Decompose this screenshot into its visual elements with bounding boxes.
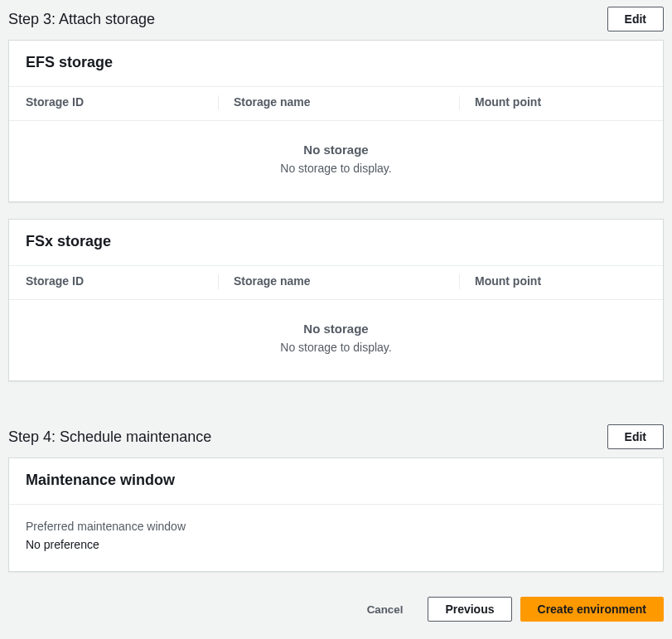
efs-col-storage-id: Storage ID [26,95,225,110]
efs-col-mount-point: Mount point [475,95,646,110]
maintenance-kv: Preferred maintenance window No preferen… [9,505,663,571]
efs-panel-header: EFS storage [9,41,663,87]
maintenance-panel-title: Maintenance window [26,472,646,489]
efs-col-storage-name: Storage name [234,95,466,110]
efs-table-head: Storage ID Storage name Mount point [9,87,663,121]
maintenance-window-panel: Maintenance window Preferred maintenance… [8,457,664,572]
fsx-table-head: Storage ID Storage name Mount point [9,266,663,300]
step4-title: Step 4: Schedule maintenance [8,428,211,446]
column-separator [459,95,460,110]
fsx-empty-state: No storage No storage to display. [9,300,663,380]
fsx-panel-header: FSx storage [9,220,663,266]
maintenance-value: No preference [26,538,646,551]
maintenance-label: Preferred maintenance window [26,520,646,533]
fsx-col-storage-name: Storage name [234,274,466,289]
fsx-panel-title: FSx storage [26,233,646,250]
fsx-col-mount-point: Mount point [475,274,646,289]
column-separator [459,274,460,289]
efs-panel-title: EFS storage [26,54,646,71]
fsx-empty-subtitle: No storage to display. [26,341,646,354]
fsx-col-storage-id: Storage ID [26,274,225,289]
efs-storage-panel: EFS storage Storage ID Storage name Moun… [8,40,664,202]
step3-edit-button[interactable]: Edit [607,7,664,31]
previous-button[interactable]: Previous [428,597,511,622]
step3-header: Step 3: Attach storage Edit [0,0,672,40]
step3-title: Step 3: Attach storage [8,11,155,28]
efs-empty-subtitle: No storage to display. [26,162,646,175]
step4-edit-button[interactable]: Edit [607,424,664,449]
maintenance-panel-header: Maintenance window [9,458,663,505]
fsx-empty-title: No storage [26,322,646,336]
column-separator [218,274,219,289]
cancel-button[interactable]: Cancel [351,598,420,621]
fsx-storage-panel: FSx storage Storage ID Storage name Moun… [8,219,664,381]
wizard-footer: Cancel Previous Create environment [0,588,672,630]
create-environment-button[interactable]: Create environment [520,597,664,622]
efs-empty-state: No storage No storage to display. [9,121,663,201]
column-separator [218,95,219,110]
efs-empty-title: No storage [26,143,646,157]
step4-header: Step 4: Schedule maintenance Edit [0,418,672,457]
